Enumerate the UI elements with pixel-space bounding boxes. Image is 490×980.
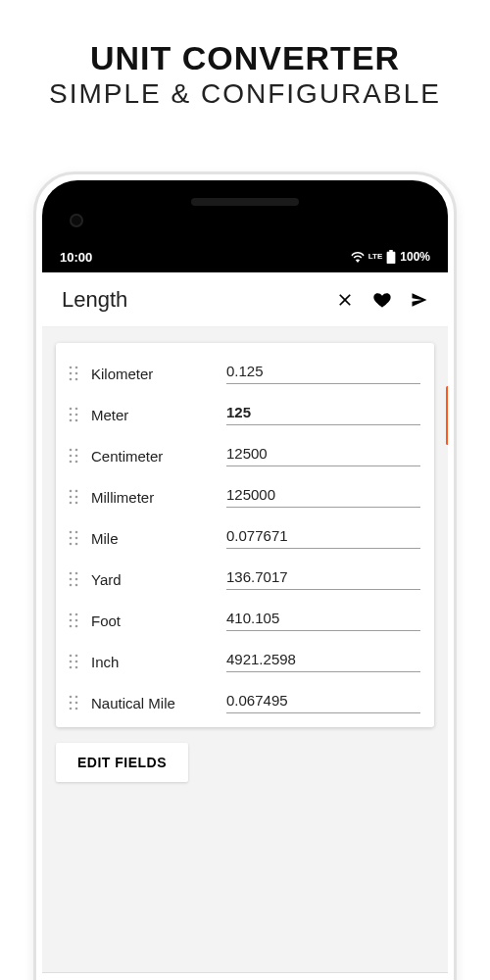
unit-row: Meter — [66, 394, 420, 435]
drag-handle-icon[interactable] — [66, 448, 81, 464]
unit-value-wrap — [226, 482, 420, 512]
front-camera — [70, 214, 83, 227]
unit-row: Centimeter — [66, 435, 420, 476]
phone-body: 10:00 LTE 100% Length — [42, 180, 448, 980]
unit-label: Mile — [91, 530, 217, 547]
svg-point-4 — [70, 378, 73, 381]
unit-value-input[interactable] — [226, 400, 420, 425]
svg-point-0 — [70, 367, 73, 369]
unit-value-wrap — [226, 441, 420, 470]
unit-label: Foot — [91, 612, 217, 629]
svg-point-11 — [75, 419, 78, 422]
drag-handle-icon[interactable] — [66, 407, 81, 422]
svg-point-51 — [75, 702, 78, 705]
svg-point-29 — [75, 543, 78, 546]
promo-heading: UNIT CONVERTER SIMPLE & CONFIGURABLE — [0, 0, 490, 110]
units-card: KilometerMeterCentimeterMillimeterMileYa… — [56, 343, 434, 727]
svg-point-3 — [75, 372, 78, 375]
promo-title-line1: UNIT CONVERTER — [0, 41, 490, 76]
svg-point-2 — [70, 372, 73, 375]
svg-point-41 — [75, 625, 78, 628]
svg-point-14 — [70, 455, 73, 458]
svg-point-39 — [75, 619, 78, 622]
unit-value-input[interactable] — [226, 359, 420, 384]
heart-icon[interactable] — [368, 285, 397, 315]
drag-handle-icon[interactable] — [66, 366, 81, 381]
speaker-slot — [191, 198, 299, 206]
unit-row: Mile — [66, 517, 420, 559]
svg-point-19 — [75, 490, 78, 493]
unit-value-input[interactable] — [226, 564, 420, 590]
svg-point-31 — [75, 572, 78, 575]
svg-point-25 — [75, 531, 78, 534]
drag-handle-icon[interactable] — [66, 530, 81, 546]
drag-handle-icon[interactable] — [66, 654, 81, 669]
svg-point-8 — [70, 414, 73, 416]
svg-point-20 — [70, 496, 73, 499]
svg-point-22 — [70, 502, 73, 505]
svg-point-38 — [70, 619, 73, 622]
svg-point-24 — [70, 531, 73, 534]
edit-fields-button[interactable]: EDIT FIELDS — [56, 743, 188, 782]
unit-value-input[interactable] — [226, 441, 420, 466]
svg-point-49 — [75, 696, 78, 699]
svg-point-9 — [75, 414, 78, 416]
unit-value-input[interactable] — [226, 688, 420, 713]
status-time: 10:00 — [60, 250, 92, 265]
unit-value-input[interactable] — [226, 606, 420, 631]
promo-title-line2: SIMPLE & CONFIGURABLE — [0, 78, 490, 110]
svg-point-28 — [70, 543, 73, 546]
svg-point-10 — [70, 419, 73, 422]
svg-point-23 — [75, 502, 78, 505]
unit-value-wrap — [226, 523, 420, 553]
battery-icon — [386, 250, 396, 264]
unit-value-input[interactable] — [226, 647, 420, 672]
unit-row: Yard — [66, 559, 420, 600]
unit-row: Foot — [66, 600, 420, 641]
svg-point-50 — [70, 702, 73, 705]
battery-percent: 100% — [400, 250, 430, 264]
bottom-nav — [42, 972, 448, 980]
unit-value-wrap — [226, 647, 420, 676]
unit-row: Nautical Mile — [66, 682, 420, 723]
svg-point-1 — [75, 367, 78, 369]
content-area: KilometerMeterCentimeterMillimeterMileYa… — [42, 327, 448, 972]
svg-point-45 — [75, 661, 78, 663]
svg-point-5 — [75, 378, 78, 381]
unit-value-wrap — [226, 359, 420, 388]
unit-label: Centimeter — [91, 448, 217, 465]
wifi-icon — [351, 252, 365, 263]
unit-value-wrap — [226, 606, 420, 635]
unit-label: Millimeter — [91, 489, 217, 506]
app-screen: Length KilometerMeterCentimeterMillimete… — [42, 272, 448, 980]
svg-point-16 — [70, 461, 73, 464]
unit-value-input[interactable] — [226, 482, 420, 508]
svg-point-27 — [75, 537, 78, 540]
svg-point-44 — [70, 661, 73, 663]
unit-label: Yard — [91, 571, 217, 588]
unit-row: Kilometer — [66, 353, 420, 394]
unit-label: Nautical Mile — [91, 695, 217, 711]
drag-handle-icon[interactable] — [66, 489, 81, 505]
svg-point-6 — [70, 408, 73, 411]
unit-label: Meter — [91, 407, 217, 423]
drag-handle-icon[interactable] — [66, 571, 81, 587]
unit-label: Inch — [91, 654, 217, 670]
page-title: Length — [56, 287, 322, 313]
unit-value-wrap — [226, 688, 420, 717]
unit-value-wrap — [226, 400, 420, 429]
svg-point-15 — [75, 455, 78, 458]
svg-point-32 — [70, 578, 73, 581]
share-icon[interactable] — [405, 285, 434, 315]
svg-point-36 — [70, 613, 73, 616]
svg-point-42 — [70, 655, 73, 658]
svg-point-53 — [75, 708, 78, 710]
scroll-indicator[interactable] — [446, 386, 448, 445]
close-icon[interactable] — [330, 285, 360, 315]
drag-handle-icon[interactable] — [66, 612, 81, 628]
app-bar: Length — [42, 272, 448, 327]
drag-handle-icon[interactable] — [66, 695, 81, 710]
unit-value-input[interactable] — [226, 523, 420, 549]
svg-point-18 — [70, 490, 73, 493]
unit-row: Millimeter — [66, 476, 420, 517]
